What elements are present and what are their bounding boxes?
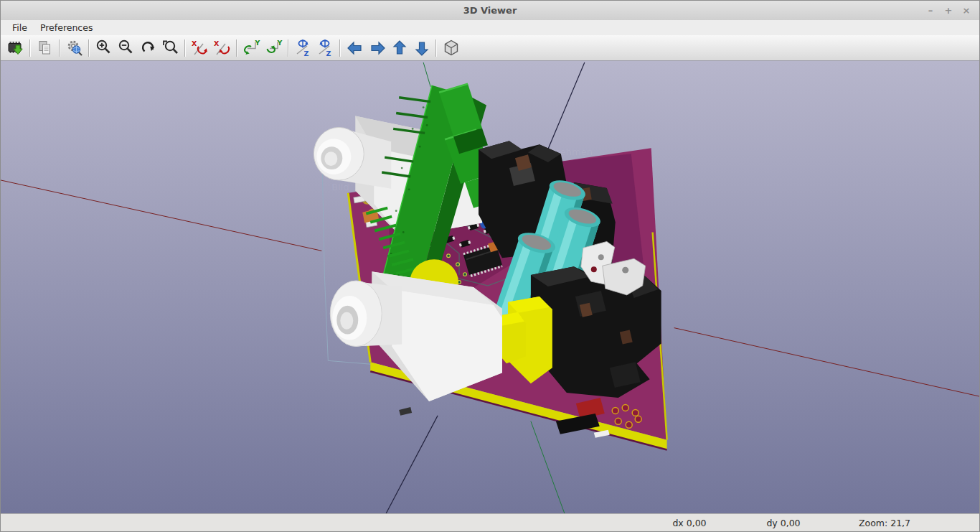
svg-text:Z: Z: [303, 49, 308, 57]
reload-board-icon: [6, 39, 25, 57]
3d-viewer-window: 3D Viewer – + × File Preferences: [0, 0, 980, 532]
status-zoom: Zoom: 21,7: [834, 514, 935, 531]
toolbar-separator: [88, 39, 90, 57]
rotate-y-neg-button[interactable]: Y: [263, 37, 285, 58]
rotate-x-pos-icon: X: [191, 39, 209, 57]
rotate-x-pos-button[interactable]: X: [189, 37, 211, 58]
copy-image-icon: [36, 39, 55, 57]
move-down-button[interactable]: [410, 37, 433, 58]
zoom-fit-icon: [161, 39, 180, 57]
status-dy: dy 0,00: [733, 514, 834, 531]
rotate-y-pos-button[interactable]: Y: [240, 37, 263, 58]
svg-text:Bild: Bild: [331, 182, 349, 192]
rotate-x-neg-icon: X: [213, 39, 232, 57]
toolbar-separator: [288, 39, 289, 57]
zoom-out-icon: [117, 39, 136, 57]
main-toolbar: X X Y Y: [1, 35, 979, 61]
svg-text:X: X: [192, 39, 197, 47]
svg-text:Y: Y: [276, 39, 282, 47]
rotate-z-neg-icon: Z: [316, 39, 335, 57]
svg-text:Z: Z: [326, 49, 331, 57]
redraw-icon: [139, 39, 158, 57]
menubar: File Preferences: [1, 20, 979, 35]
window-controls: – + ×: [925, 5, 979, 17]
toolbar-separator: [236, 39, 237, 57]
toolbar-separator: [435, 39, 437, 57]
toolbar-separator: [29, 39, 31, 57]
move-down-icon: [413, 39, 431, 57]
rotate-z-pos-icon: Z: [294, 39, 313, 57]
minimize-button[interactable]: –: [925, 5, 936, 17]
move-right-button[interactable]: [366, 37, 388, 58]
rotate-z-pos-button[interactable]: Z: [292, 37, 314, 58]
zoom-in-icon: [95, 39, 113, 57]
redraw-button[interactable]: [137, 37, 159, 58]
svg-text:X: X: [214, 39, 220, 47]
3d-viewport[interactable]: Abbrechen Anwendung Bild aufnehmen ziehe…: [1, 61, 979, 513]
zoom-in-button[interactable]: [93, 37, 115, 58]
close-button[interactable]: ×: [961, 5, 972, 17]
zoom-out-button[interactable]: [115, 37, 137, 58]
move-left-button[interactable]: [344, 37, 366, 58]
rotate-x-neg-button[interactable]: X: [211, 37, 233, 58]
copy-image-button[interactable]: [34, 37, 56, 58]
maximize-button[interactable]: +: [943, 5, 954, 17]
window-title: 3D Viewer: [1, 5, 979, 16]
render-options-button[interactable]: [63, 37, 85, 58]
rotate-z-neg-button[interactable]: Z: [314, 37, 336, 58]
pcb-3d-scene: Abbrechen Anwendung Bild aufnehmen ziehe…: [1, 61, 979, 513]
ortho-view-button[interactable]: [440, 37, 462, 58]
render-options-icon: [65, 39, 84, 57]
zoom-fit-button[interactable]: [159, 37, 182, 58]
svg-text:Y: Y: [254, 39, 260, 47]
rotate-y-neg-icon: Y: [265, 39, 283, 57]
toolbar-separator: [184, 39, 186, 57]
ortho-view-icon: [442, 39, 461, 57]
toolbar-separator: [339, 39, 341, 57]
status-dx: dx 0,00: [639, 514, 740, 531]
move-up-icon: [390, 39, 409, 57]
move-left-icon: [346, 39, 364, 57]
menu-file[interactable]: File: [6, 21, 34, 34]
rotate-y-pos-icon: Y: [242, 39, 261, 57]
statusbar: dx 0,00 dy 0,00 Zoom: 21,7: [1, 513, 979, 531]
reload-board-button[interactable]: [4, 37, 27, 58]
move-right-icon: [368, 39, 387, 57]
menu-preferences[interactable]: Preferences: [34, 21, 100, 34]
move-up-button[interactable]: [388, 37, 410, 58]
titlebar: 3D Viewer – + ×: [1, 1, 979, 20]
toolbar-separator: [59, 39, 60, 57]
